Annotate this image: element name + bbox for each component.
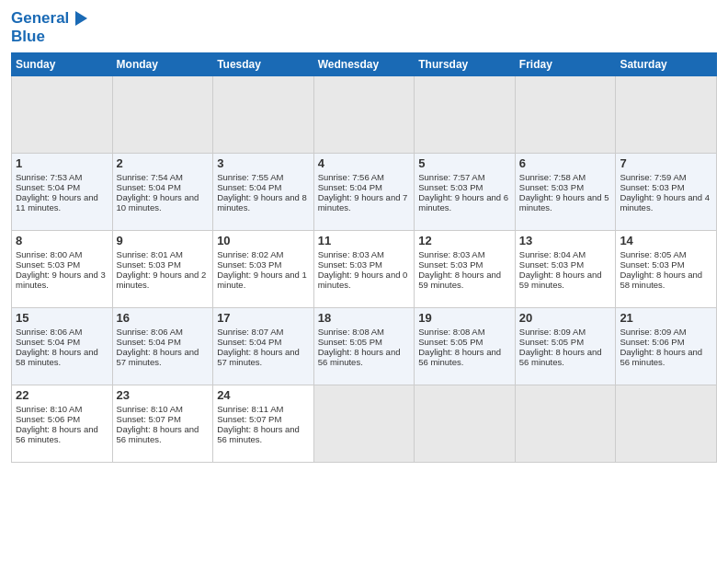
calendar-cell [515, 385, 616, 463]
calendar-cell: 9Sunrise: 8:01 AMSunset: 5:03 PMDaylight… [112, 231, 213, 308]
calendar-header-row: SundayMondayTuesdayWednesdayThursdayFrid… [12, 53, 717, 76]
daylight-text: Daylight: 9 hours and 7 minutes. [318, 192, 408, 213]
sunset-text: Sunset: 5:03 PM [217, 259, 281, 270]
sunrise-text: Sunrise: 8:04 AM [519, 249, 586, 259]
daylight-text: Daylight: 8 hours and 56 minutes. [519, 347, 602, 367]
sunset-text: Sunset: 5:04 PM [217, 337, 281, 347]
day-number: 21 [620, 311, 712, 325]
daylight-text: Daylight: 8 hours and 56 minutes. [217, 424, 300, 444]
day-number: 17 [217, 311, 310, 325]
day-number: 3 [217, 156, 310, 170]
sunrise-text: Sunrise: 8:10 AM [117, 404, 183, 414]
day-number: 9 [117, 234, 210, 247]
day-header-sunday: Sunday [12, 53, 113, 76]
day-number: 6 [519, 156, 612, 170]
calendar-cell [12, 76, 113, 154]
calendar-cell: 18Sunrise: 8:08 AMSunset: 5:05 PMDayligh… [313, 308, 415, 385]
calendar-cell [515, 76, 616, 154]
daylight-text: Daylight: 8 hours and 58 minutes. [620, 270, 702, 290]
daylight-text: Daylight: 8 hours and 57 minutes. [217, 347, 300, 367]
daylight-text: Daylight: 8 hours and 59 minutes. [519, 270, 602, 290]
calendar-cell: 3Sunrise: 7:55 AMSunset: 5:04 PMDaylight… [213, 154, 314, 231]
sunrise-text: Sunrise: 8:00 AM [16, 249, 82, 259]
day-header-saturday: Saturday [616, 53, 717, 76]
sunrise-text: Sunrise: 7:56 AM [318, 172, 384, 182]
daylight-text: Daylight: 9 hours and 3 minutes. [16, 270, 106, 290]
day-number: 24 [217, 388, 310, 402]
daylight-text: Daylight: 9 hours and 10 minutes. [117, 192, 199, 213]
day-header-thursday: Thursday [415, 53, 516, 76]
calendar-cell: 24Sunrise: 8:11 AMSunset: 5:07 PMDayligh… [213, 385, 314, 463]
day-number: 16 [117, 311, 210, 325]
day-number: 11 [318, 234, 411, 247]
calendar-week-row: 1Sunrise: 7:53 AMSunset: 5:04 PMDaylight… [12, 154, 717, 231]
day-number: 14 [620, 234, 712, 247]
calendar-week-row [12, 76, 717, 154]
daylight-text: Daylight: 9 hours and 6 minutes. [418, 192, 508, 213]
calendar-cell: 17Sunrise: 8:07 AMSunset: 5:04 PMDayligh… [213, 308, 314, 385]
daylight-text: Daylight: 9 hours and 11 minutes. [16, 192, 98, 213]
calendar-cell: 5Sunrise: 7:57 AMSunset: 5:03 PMDaylight… [415, 154, 516, 231]
sunset-text: Sunset: 5:04 PM [117, 337, 181, 347]
sunset-text: Sunset: 5:07 PM [217, 414, 281, 424]
daylight-text: Daylight: 8 hours and 56 minutes. [620, 347, 702, 367]
sunset-text: Sunset: 5:03 PM [519, 182, 584, 192]
sunrise-text: Sunrise: 7:57 AM [418, 172, 484, 182]
calendar-cell: 22Sunrise: 8:10 AMSunset: 5:06 PMDayligh… [12, 385, 113, 463]
day-number: 4 [318, 156, 411, 170]
sunrise-text: Sunrise: 8:06 AM [16, 327, 82, 337]
calendar-cell: 4Sunrise: 7:56 AMSunset: 5:04 PMDaylight… [313, 154, 415, 231]
calendar-cell: 11Sunrise: 8:03 AMSunset: 5:03 PMDayligh… [313, 231, 415, 308]
daylight-text: Daylight: 8 hours and 59 minutes. [418, 270, 501, 290]
daylight-text: Daylight: 9 hours and 4 minutes. [620, 192, 710, 213]
calendar-cell [616, 76, 717, 154]
sunrise-text: Sunrise: 7:53 AM [16, 172, 82, 182]
day-number: 1 [16, 156, 108, 170]
sunset-text: Sunset: 5:03 PM [620, 182, 684, 192]
sunset-text: Sunset: 5:05 PM [519, 337, 584, 347]
calendar-cell [112, 76, 213, 154]
calendar-week-row: 22Sunrise: 8:10 AMSunset: 5:06 PMDayligh… [12, 385, 717, 463]
calendar-cell: 8Sunrise: 8:00 AMSunset: 5:03 PMDaylight… [12, 231, 113, 308]
calendar-cell: 1Sunrise: 7:53 AMSunset: 5:04 PMDaylight… [12, 154, 113, 231]
day-number: 13 [519, 234, 612, 247]
calendar-cell: 16Sunrise: 8:06 AMSunset: 5:04 PMDayligh… [112, 308, 213, 385]
calendar-week-row: 8Sunrise: 8:00 AMSunset: 5:03 PMDaylight… [12, 231, 717, 308]
sunrise-text: Sunrise: 8:11 AM [217, 404, 283, 414]
daylight-text: Daylight: 8 hours and 56 minutes. [16, 424, 98, 444]
calendar-cell [415, 385, 516, 463]
daylight-text: Daylight: 8 hours and 58 minutes. [16, 347, 98, 367]
day-header-wednesday: Wednesday [313, 53, 415, 76]
day-number: 5 [418, 156, 511, 170]
sunset-text: Sunset: 5:07 PM [117, 414, 181, 424]
logo-text-line2: Blue [11, 28, 87, 46]
sunset-text: Sunset: 5:03 PM [620, 259, 684, 270]
day-number: 23 [117, 388, 210, 402]
calendar-cell [213, 76, 314, 154]
logo-text-line1: General [11, 9, 69, 27]
day-header-monday: Monday [112, 53, 213, 76]
logo: General Blue [11, 9, 87, 45]
sunrise-text: Sunrise: 8:01 AM [117, 249, 183, 259]
sunset-text: Sunset: 5:03 PM [418, 182, 483, 192]
sunrise-text: Sunrise: 8:06 AM [117, 327, 183, 337]
sunrise-text: Sunrise: 8:09 AM [519, 327, 586, 337]
sunset-text: Sunset: 5:05 PM [418, 337, 483, 347]
daylight-text: Daylight: 9 hours and 2 minutes. [117, 270, 207, 290]
calendar-cell: 19Sunrise: 8:08 AMSunset: 5:05 PMDayligh… [415, 308, 516, 385]
daylight-text: Daylight: 8 hours and 56 minutes. [318, 347, 401, 367]
sunrise-text: Sunrise: 8:08 AM [318, 327, 384, 337]
day-number: 8 [16, 234, 108, 247]
sunrise-text: Sunrise: 7:54 AM [117, 172, 183, 182]
calendar-cell [313, 385, 415, 463]
sunset-text: Sunset: 5:03 PM [418, 259, 483, 270]
day-number: 20 [519, 311, 612, 325]
calendar-table: SundayMondayTuesdayWednesdayThursdayFrid… [11, 52, 717, 463]
sunset-text: Sunset: 5:04 PM [16, 182, 80, 192]
calendar-cell: 7Sunrise: 7:59 AMSunset: 5:03 PMDaylight… [616, 154, 717, 231]
sunrise-text: Sunrise: 8:03 AM [318, 249, 384, 259]
calendar-cell: 23Sunrise: 8:10 AMSunset: 5:07 PMDayligh… [112, 385, 213, 463]
sunrise-text: Sunrise: 8:03 AM [418, 249, 484, 259]
sunset-text: Sunset: 5:03 PM [519, 259, 584, 270]
daylight-text: Daylight: 8 hours and 56 minutes. [418, 347, 501, 367]
